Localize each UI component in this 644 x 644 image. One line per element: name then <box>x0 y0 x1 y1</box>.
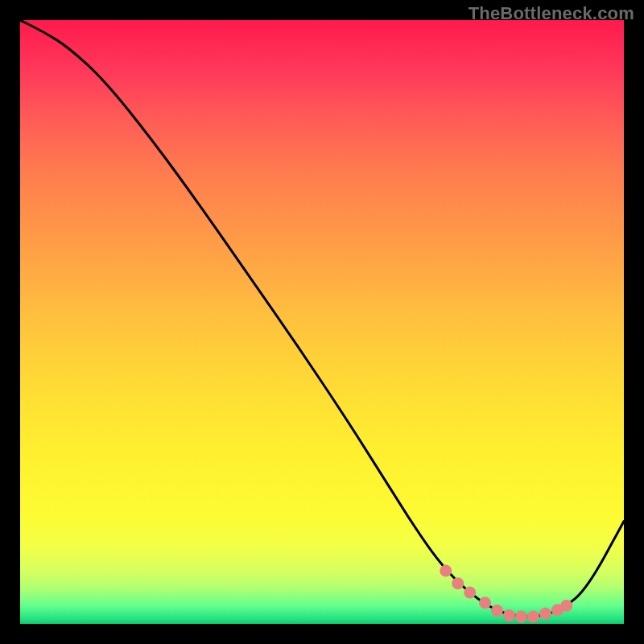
data-point <box>560 600 572 612</box>
stage: TheBottleneck.com <box>0 0 644 644</box>
data-point <box>527 611 539 623</box>
chart-svg <box>20 20 624 624</box>
data-point <box>464 587 476 599</box>
data-point <box>503 609 515 621</box>
data-point <box>452 577 464 589</box>
data-point <box>539 608 551 620</box>
dots-group <box>440 565 572 623</box>
watermark-text: TheBottleneck.com <box>469 3 634 24</box>
curve-line <box>20 20 624 617</box>
plot-area <box>20 20 624 624</box>
data-point <box>515 611 527 623</box>
data-point <box>491 605 503 617</box>
data-point <box>440 565 452 577</box>
data-point <box>479 597 491 609</box>
